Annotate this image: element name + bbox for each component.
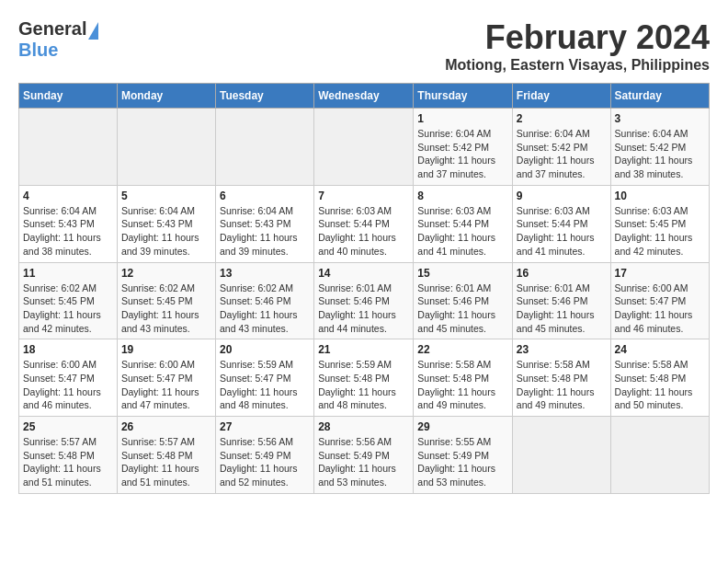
- calendar-cell: 4Sunrise: 6:04 AMSunset: 5:43 PMDaylight…: [19, 185, 118, 262]
- calendar-cell: 8Sunrise: 6:03 AMSunset: 5:44 PMDaylight…: [414, 185, 513, 262]
- day-info: Sunrise: 6:03 AMSunset: 5:44 PMDaylight:…: [417, 204, 508, 259]
- day-info: Sunrise: 6:04 AMSunset: 5:43 PMDaylight:…: [23, 204, 113, 259]
- day-number: 3: [615, 112, 705, 125]
- day-info: Sunrise: 6:03 AMSunset: 5:44 PMDaylight:…: [318, 204, 409, 259]
- calendar-cell: 9Sunrise: 6:03 AMSunset: 5:44 PMDaylight…: [512, 185, 610, 262]
- column-header-tuesday: Tuesday: [215, 84, 313, 109]
- day-number: 9: [517, 190, 607, 202]
- day-info: Sunrise: 5:57 AMSunset: 5:48 PMDaylight:…: [23, 435, 113, 489]
- calendar-cell: 7Sunrise: 6:03 AMSunset: 5:44 PMDaylight…: [314, 185, 414, 262]
- title-block: February 2024 Motiong, Eastern Visayas, …: [445, 18, 710, 74]
- day-number: 25: [23, 420, 113, 433]
- calendar-cell: [117, 109, 215, 186]
- calendar-cell: [512, 417, 610, 494]
- day-number: 18: [23, 343, 113, 356]
- calendar-cell: 24Sunrise: 5:58 AMSunset: 5:48 PMDayligh…: [610, 339, 709, 417]
- calendar-cell: [19, 109, 118, 186]
- day-info: Sunrise: 6:02 AMSunset: 5:45 PMDaylight:…: [23, 282, 113, 336]
- calendar-cell: 29Sunrise: 5:55 AMSunset: 5:49 PMDayligh…: [414, 417, 513, 494]
- calendar-cell: 13Sunrise: 6:02 AMSunset: 5:46 PMDayligh…: [215, 262, 313, 339]
- day-number: 24: [615, 343, 705, 356]
- day-number: 8: [417, 190, 508, 202]
- calendar-week-row: 4Sunrise: 6:04 AMSunset: 5:43 PMDaylight…: [19, 185, 710, 262]
- day-info: Sunrise: 6:03 AMSunset: 5:45 PMDaylight:…: [615, 204, 705, 259]
- day-number: 19: [121, 343, 211, 356]
- calendar-cell: 15Sunrise: 6:01 AMSunset: 5:46 PMDayligh…: [414, 262, 513, 339]
- logo-general-text: General: [18, 18, 86, 39]
- calendar-week-row: 25Sunrise: 5:57 AMSunset: 5:48 PMDayligh…: [19, 417, 710, 494]
- calendar-cell: 12Sunrise: 6:02 AMSunset: 5:45 PMDayligh…: [117, 262, 215, 339]
- day-info: Sunrise: 6:01 AMSunset: 5:46 PMDaylight:…: [417, 282, 508, 336]
- day-number: 28: [318, 420, 409, 433]
- day-info: Sunrise: 6:01 AMSunset: 5:46 PMDaylight:…: [517, 282, 607, 336]
- calendar-cell: 6Sunrise: 6:04 AMSunset: 5:43 PMDaylight…: [215, 185, 313, 262]
- day-info: Sunrise: 5:56 AMSunset: 5:49 PMDaylight:…: [220, 435, 310, 489]
- day-info: Sunrise: 5:56 AMSunset: 5:49 PMDaylight:…: [318, 435, 409, 489]
- day-info: Sunrise: 6:04 AMSunset: 5:43 PMDaylight:…: [121, 204, 211, 259]
- calendar-cell: [215, 109, 313, 186]
- calendar-cell: 10Sunrise: 6:03 AMSunset: 5:45 PMDayligh…: [610, 185, 709, 262]
- day-number: 23: [517, 343, 607, 356]
- day-info: Sunrise: 6:00 AMSunset: 5:47 PMDaylight:…: [23, 358, 113, 412]
- day-number: 2: [517, 112, 607, 125]
- day-info: Sunrise: 5:59 AMSunset: 5:48 PMDaylight:…: [318, 358, 409, 412]
- day-number: 11: [23, 267, 113, 280]
- logo-blue-text: Blue: [18, 40, 58, 60]
- calendar-cell: 11Sunrise: 6:02 AMSunset: 5:45 PMDayligh…: [19, 262, 118, 339]
- day-number: 16: [517, 267, 607, 280]
- calendar-cell: 3Sunrise: 6:04 AMSunset: 5:42 PMDaylight…: [610, 109, 709, 186]
- calendar-cell: 20Sunrise: 5:59 AMSunset: 5:47 PMDayligh…: [215, 339, 313, 417]
- day-info: Sunrise: 6:04 AMSunset: 5:42 PMDaylight:…: [615, 127, 705, 181]
- column-header-thursday: Thursday: [414, 84, 513, 109]
- calendar-week-row: 1Sunrise: 6:04 AMSunset: 5:42 PMDaylight…: [19, 109, 710, 186]
- calendar-cell: 22Sunrise: 5:58 AMSunset: 5:48 PMDayligh…: [414, 339, 513, 417]
- column-header-friday: Friday: [512, 84, 610, 109]
- day-info: Sunrise: 6:02 AMSunset: 5:45 PMDaylight:…: [121, 282, 211, 336]
- column-header-saturday: Saturday: [610, 84, 709, 109]
- calendar-cell: 1Sunrise: 6:04 AMSunset: 5:42 PMDaylight…: [414, 109, 513, 186]
- column-header-monday: Monday: [117, 84, 215, 109]
- calendar-cell: 5Sunrise: 6:04 AMSunset: 5:43 PMDaylight…: [117, 185, 215, 262]
- calendar-cell: 27Sunrise: 5:56 AMSunset: 5:49 PMDayligh…: [215, 417, 313, 494]
- calendar-cell: 21Sunrise: 5:59 AMSunset: 5:48 PMDayligh…: [314, 339, 414, 417]
- day-info: Sunrise: 6:03 AMSunset: 5:44 PMDaylight:…: [517, 204, 607, 259]
- calendar-table: SundayMondayTuesdayWednesdayThursdayFrid…: [18, 83, 710, 494]
- logo: General Blue: [18, 18, 98, 61]
- calendar-cell: 14Sunrise: 6:01 AMSunset: 5:46 PMDayligh…: [314, 262, 414, 339]
- day-info: Sunrise: 5:58 AMSunset: 5:48 PMDaylight:…: [615, 358, 705, 412]
- day-number: 17: [615, 267, 705, 280]
- calendar-cell: [314, 109, 414, 186]
- day-info: Sunrise: 6:04 AMSunset: 5:42 PMDaylight:…: [517, 127, 607, 181]
- day-info: Sunrise: 6:00 AMSunset: 5:47 PMDaylight:…: [615, 282, 705, 336]
- day-info: Sunrise: 5:58 AMSunset: 5:48 PMDaylight:…: [417, 358, 508, 412]
- day-info: Sunrise: 6:04 AMSunset: 5:43 PMDaylight:…: [220, 204, 310, 259]
- logo-arrow-icon: [88, 22, 98, 40]
- day-info: Sunrise: 6:02 AMSunset: 5:46 PMDaylight:…: [220, 282, 310, 336]
- calendar-cell: 2Sunrise: 6:04 AMSunset: 5:42 PMDaylight…: [512, 109, 610, 186]
- calendar-cell: 23Sunrise: 5:58 AMSunset: 5:48 PMDayligh…: [512, 339, 610, 417]
- day-info: Sunrise: 6:01 AMSunset: 5:46 PMDaylight:…: [318, 282, 409, 336]
- calendar-cell: 28Sunrise: 5:56 AMSunset: 5:49 PMDayligh…: [314, 417, 414, 494]
- day-info: Sunrise: 5:59 AMSunset: 5:47 PMDaylight:…: [220, 358, 310, 412]
- day-info: Sunrise: 5:57 AMSunset: 5:48 PMDaylight:…: [121, 435, 211, 489]
- calendar-header-row: SundayMondayTuesdayWednesdayThursdayFrid…: [19, 84, 710, 109]
- day-number: 14: [318, 267, 409, 280]
- calendar-cell: 26Sunrise: 5:57 AMSunset: 5:48 PMDayligh…: [117, 417, 215, 494]
- day-number: 29: [417, 420, 508, 433]
- day-info: Sunrise: 6:00 AMSunset: 5:47 PMDaylight:…: [121, 358, 211, 412]
- day-number: 5: [121, 190, 211, 202]
- day-number: 4: [23, 190, 113, 202]
- day-number: 1: [417, 112, 508, 125]
- day-info: Sunrise: 6:04 AMSunset: 5:42 PMDaylight:…: [417, 127, 508, 181]
- day-number: 13: [220, 267, 310, 280]
- day-number: 10: [615, 190, 705, 202]
- calendar-cell: 19Sunrise: 6:00 AMSunset: 5:47 PMDayligh…: [117, 339, 215, 417]
- day-number: 12: [121, 267, 211, 280]
- calendar-title: February 2024: [445, 18, 710, 57]
- day-number: 27: [220, 420, 310, 433]
- calendar-week-row: 11Sunrise: 6:02 AMSunset: 5:45 PMDayligh…: [19, 262, 710, 339]
- day-number: 22: [417, 343, 508, 356]
- calendar-cell: 25Sunrise: 5:57 AMSunset: 5:48 PMDayligh…: [19, 417, 118, 494]
- calendar-cell: 16Sunrise: 6:01 AMSunset: 5:46 PMDayligh…: [512, 262, 610, 339]
- day-number: 6: [220, 190, 310, 202]
